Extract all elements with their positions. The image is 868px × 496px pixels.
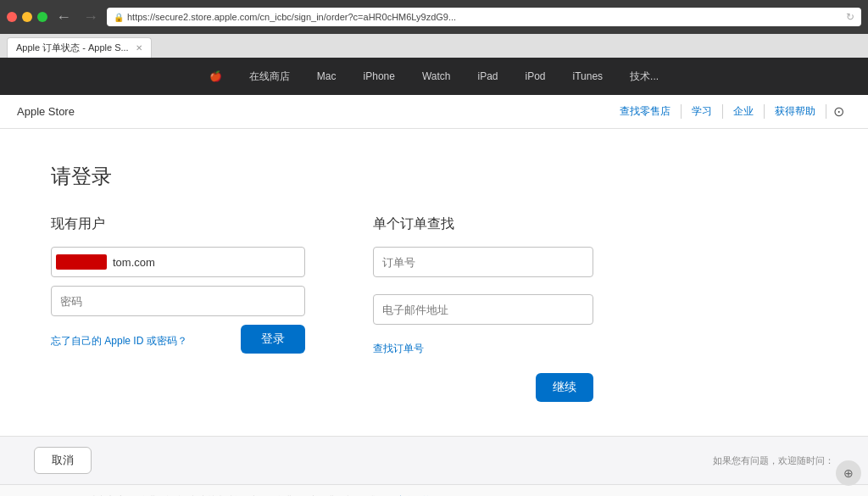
email-redaction: [56, 254, 107, 270]
login-body: 现有用户 忘了自己的 Apple ID 或密码？ 登录 单个订单查找: [17, 215, 851, 402]
footer-note: 如果您有问题，欢迎随时问：: [713, 454, 834, 467]
sub-nav-learn[interactable]: 学习: [682, 104, 723, 119]
sub-nav-enterprise[interactable]: 企业: [723, 104, 765, 119]
apple-nav: 🍎 在线商店 Mac iPhone Watch iPad iPod iTunes…: [0, 58, 868, 95]
sub-nav-find-store[interactable]: 查找零售店: [609, 104, 682, 119]
sub-nav-help[interactable]: 获得帮助: [765, 104, 826, 119]
footer-row: 取消 如果您有问题，欢迎随时问：: [0, 436, 868, 484]
sub-nav-links: 查找零售店 学习 企业 获得帮助 ⊙: [609, 103, 851, 120]
nav-link-itunes[interactable]: iTunes: [559, 58, 617, 95]
minimize-btn[interactable]: [22, 12, 32, 22]
password-input[interactable]: [51, 286, 305, 316]
order-email-input[interactable]: [373, 294, 593, 325]
browser-chrome: ← → 🔒 https://secure2.store.apple.com/cn…: [0, 0, 868, 34]
nav-link-store[interactable]: 在线商店: [236, 58, 303, 95]
existing-user-section: 现有用户 忘了自己的 Apple ID 或密码？ 登录: [51, 215, 305, 402]
tab-label: Apple 订单状态 - Apple S...: [16, 42, 129, 54]
lookup-order-link[interactable]: 查找订单号: [373, 342, 593, 356]
address-bar[interactable]: 🔒 https://secure2.store.apple.com/cn_icb…: [107, 8, 861, 26]
login-container: 请登录 现有用户 忘了自己的 Apple ID 或密码？ 登录: [0, 129, 868, 436]
order-number-group: [373, 247, 593, 286]
back-button[interactable]: ←: [56, 8, 71, 26]
order-number-input[interactable]: [373, 247, 593, 277]
page-title: 请登录: [51, 163, 851, 190]
account-icon[interactable]: ⊙: [826, 103, 851, 120]
nav-link-ipod[interactable]: iPod: [512, 58, 559, 95]
maximize-btn[interactable]: [37, 12, 47, 22]
password-field-group: [51, 286, 305, 316]
lock-icon: 🔒: [114, 13, 124, 22]
tab-close-icon[interactable]: ✕: [136, 43, 142, 53]
url-text: https://secure2.store.apple.com/cn_icbc/…: [127, 12, 843, 22]
order-lookup-title: 单个订单查找: [373, 215, 593, 233]
nav-link-ipad[interactable]: iPad: [464, 58, 511, 95]
nav-logo[interactable]: 🍎: [196, 58, 236, 95]
order-lookup-section: 单个订单查找 查找订单号 继续: [373, 215, 593, 402]
active-tab[interactable]: Apple 订单状态 - Apple S... ✕: [7, 37, 152, 58]
nav-link-mac[interactable]: Mac: [303, 58, 350, 95]
sub-nav: Apple Store 查找零售店 学习 企业 获得帮助 ⊙: [0, 95, 868, 129]
nav-link-iphone[interactable]: iPhone: [350, 58, 409, 95]
forgot-link[interactable]: 忘了自己的 Apple ID 或密码？: [51, 334, 187, 348]
nav-link-tech[interactable]: 技术...: [616, 58, 672, 95]
bottom-bar: Apple Store 在线商店采用符合业界标准的加密技术对您提交的信息进行保安…: [0, 484, 868, 496]
reload-icon[interactable]: ↻: [846, 11, 854, 23]
close-btn[interactable]: [7, 12, 17, 22]
order-email-group: [373, 294, 593, 333]
tab-bar: Apple 订单状态 - Apple S... ✕: [0, 34, 868, 58]
login-row: 忘了自己的 Apple ID 或密码？ 登录: [51, 325, 305, 354]
page-content: 请登录 现有用户 忘了自己的 Apple ID 或密码？ 登录: [0, 129, 868, 496]
nav-link-watch[interactable]: Watch: [409, 58, 465, 95]
scrollbar-icon[interactable]: ⊕: [836, 460, 861, 486]
login-button[interactable]: 登录: [241, 325, 305, 354]
email-field-group: [51, 247, 305, 277]
continue-button[interactable]: 继续: [536, 373, 593, 402]
existing-user-title: 现有用户: [51, 215, 305, 233]
cancel-button[interactable]: 取消: [34, 447, 92, 474]
sub-nav-brand: Apple Store: [17, 105, 75, 118]
forward-button[interactable]: →: [83, 8, 98, 26]
